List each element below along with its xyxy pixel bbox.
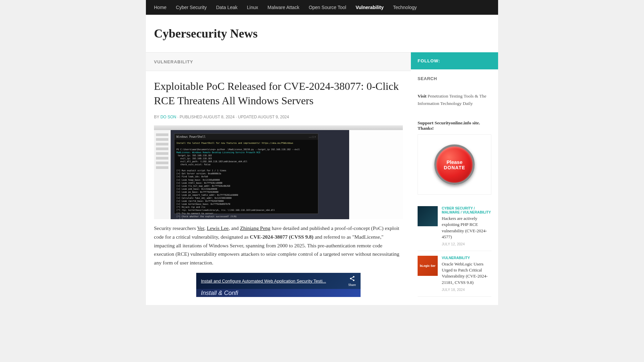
related-post[interactable]: bLogic Ser VULNERABILITY Oracle WebLogic…: [418, 251, 491, 297]
related-categories[interactable]: VULNERABILITY: [442, 256, 491, 260]
by-label: BY: [154, 115, 159, 119]
site-title[interactable]: Cybersecurity News: [154, 26, 490, 41]
body-text: Security researchers: [154, 225, 197, 231]
donate-image[interactable]: Please DONATE: [418, 134, 491, 195]
video-subtitle: Install & Confi: [201, 290, 238, 297]
nav-open-source-tool[interactable]: Open Source Tool: [304, 0, 351, 15]
share-button[interactable]: Share: [345, 276, 356, 287]
related-post[interactable]: CYBER SECURITY / MALWARE / VULNERABILITY…: [418, 201, 491, 251]
video-embed[interactable]: Install and Configure Automated Web Appl…: [196, 273, 361, 297]
link-zhiniang-peng[interactable]: Zhiniang Peng: [240, 225, 270, 231]
search-heading: SEARCH: [418, 76, 491, 81]
article: Exploitable PoC Released for CVE-2024-38…: [146, 71, 411, 305]
updated-date: AUGUST 9, 2024: [258, 115, 289, 119]
donate-line2: DONATE: [444, 165, 465, 170]
category-label[interactable]: VULNERABILITY: [154, 59, 193, 64]
visit-desc: Penetration Testing Tools & The Informat…: [418, 94, 486, 106]
donate-line1: Please: [446, 159, 463, 165]
related-title[interactable]: Oracle WebLogic Users Urged to Patch Cri…: [442, 261, 491, 286]
terminal-output: Install the latest PowerShell for new fe…: [174, 140, 318, 219]
related-date: JULY 12, 2024: [442, 242, 491, 246]
visit-text: Visit Penetration Testing Tools & The In…: [418, 93, 491, 107]
published-date: AUGUST 8, 2024: [203, 115, 234, 119]
site-header: Cybersecurity News: [146, 15, 498, 52]
link-lewis-lee[interactable]: Lewis Lee: [207, 225, 228, 231]
related-thumb: bLogic Ser: [418, 256, 438, 276]
article-meta: BY DO SON · PUBLISHED AUGUST 8, 2024 · U…: [154, 115, 403, 119]
sidebar: FOLLOW: SEARCH Visit Penetration Testing…: [411, 52, 498, 305]
visit-label[interactable]: Visit: [418, 94, 427, 99]
category-bar: VULNERABILITY: [146, 52, 411, 71]
author-link[interactable]: DO SON: [160, 115, 176, 119]
nav-technology[interactable]: Technology: [388, 0, 422, 15]
article-title: Exploitable PoC Released for CVE-2024-38…: [154, 79, 403, 108]
related-categories[interactable]: CYBER SECURITY / MALWARE / VULNERABILITY: [442, 206, 491, 214]
nav-data-leak[interactable]: Data Leak: [211, 0, 242, 15]
share-label: Share: [348, 283, 356, 287]
body-text: , and: [228, 225, 240, 231]
terminal-controls: — □ ×: [309, 135, 316, 138]
nav-malware-attack[interactable]: Malware Attack: [263, 0, 304, 15]
top-nav: Home Cyber Security Data Leak Linux Malw…: [146, 0, 498, 15]
article-body: Security researchers Ver, Lewis Lee, and…: [154, 224, 403, 267]
link-ver[interactable]: Ver: [197, 225, 204, 231]
featured-image: Windows PowerShell — □ × Install the lat…: [154, 125, 403, 219]
nav-vulnerability[interactable]: Vulnerability: [351, 0, 388, 15]
related-thumb: [418, 206, 438, 226]
updated-label: UPDATED: [238, 115, 257, 119]
follow-heading: FOLLOW:: [411, 52, 498, 69]
terminal-title: Windows PowerShell: [176, 135, 206, 138]
nav-linux[interactable]: Linux: [242, 0, 263, 15]
published-label: PUBLISHED: [180, 115, 203, 119]
related-date: JULY 18, 2024: [442, 288, 491, 292]
donate-button[interactable]: Please DONATE: [434, 144, 475, 185]
cve-id: CVE-2024-38077 (CVSS 9.8): [250, 234, 314, 240]
related-title[interactable]: Hackers are actively exploiting PHP RCE …: [442, 216, 491, 240]
nav-cyber-security[interactable]: Cyber Security: [171, 0, 211, 15]
support-text: Support Securityonline.info site. Thanks…: [418, 120, 491, 131]
meta-sep: ·: [177, 115, 180, 119]
video-title[interactable]: Install and Configure Automated Web Appl…: [201, 279, 345, 284]
share-icon: [349, 276, 355, 282]
terminal-window: Windows PowerShell — □ × Install the lat…: [174, 133, 318, 214]
nav-home[interactable]: Home: [149, 0, 171, 15]
